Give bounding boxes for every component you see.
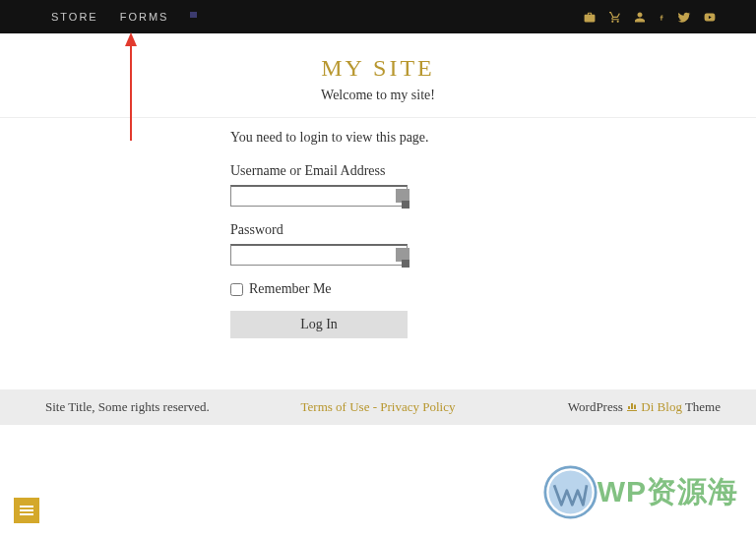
password-manager-sub-icon [402,201,410,209]
footer-brand-link[interactable]: Di Blog [641,399,682,414]
site-tagline: Welcome to my site! [0,88,756,103]
password-wrap [230,244,408,266]
cart-icon[interactable] [608,11,622,24]
login-message: You need to login to view this page. [142,130,614,146]
footer: Site Title, Some rights reserved. Terms … [0,389,756,425]
remember-label: Remember Me [249,281,332,297]
footer-links: Terms of Use - Privacy Policy [301,399,456,415]
hamburger-icon [20,506,33,515]
twitter-icon[interactable] [677,11,691,24]
login-button[interactable]: Log In [230,311,408,338]
footer-copyright: Site Title, Some rights reserved. [45,399,210,415]
nav-store[interactable]: STORE [51,11,98,23]
site-header: MY SITE Welcome to my site! [0,33,756,118]
topbar-left: STORE FORMS [51,11,206,23]
site-title: MY SITE [0,55,756,82]
login-content: You need to login to view this page. Use… [142,118,614,338]
menu-fab[interactable] [14,498,39,523]
password-label: Password [230,222,614,238]
nav-forms[interactable]: FORMS [120,11,169,23]
footer-sep: - [369,399,380,414]
youtube-icon[interactable] [703,11,717,24]
remember-checkbox[interactable] [230,283,243,296]
password-manager-sub-icon [402,260,410,268]
privacy-link[interactable]: Privacy Policy [380,399,455,414]
terms-link[interactable]: Terms of Use [301,399,370,414]
flag-us-icon[interactable] [190,12,206,23]
topbar: STORE FORMS [0,0,756,33]
remember-row: Remember Me [230,281,614,297]
username-wrap [230,185,408,207]
footer-theme: WordPress Di Blog Theme [568,399,721,415]
footer-right-suffix: Theme [682,399,721,414]
watermark: WP资源海 [543,465,738,519]
briefcase-icon[interactable] [583,11,597,24]
watermark-text: WP资源海 [598,472,738,512]
password-input[interactable] [230,244,408,266]
username-label: Username or Email Address [230,163,614,179]
login-form: Username or Email Address Password Remem… [142,163,614,338]
username-input[interactable] [230,185,408,207]
facebook-icon[interactable] [658,11,665,24]
topbar-right [583,11,717,24]
wordpress-logo-icon [543,465,598,519]
footer-right-prefix: WordPress [568,399,626,414]
user-icon[interactable] [634,11,646,24]
